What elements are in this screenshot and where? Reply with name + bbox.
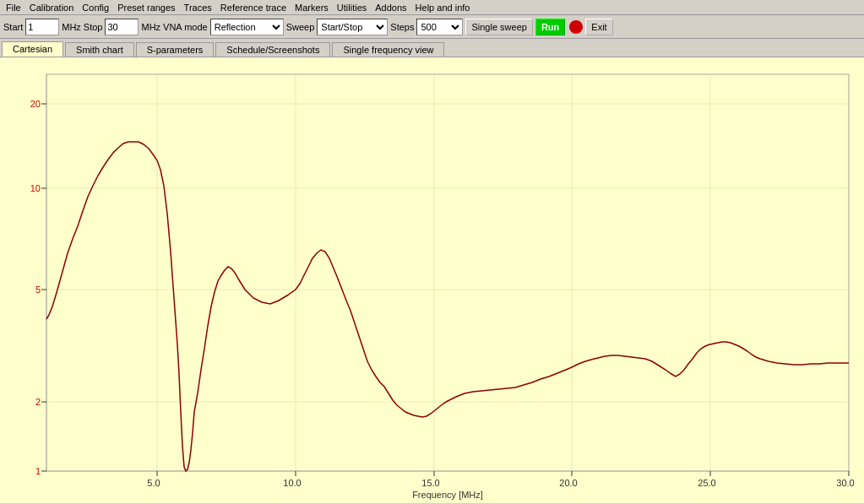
svg-text:20: 20	[30, 99, 41, 109]
svg-text:Frequency [MHz]: Frequency [MHz]	[412, 490, 483, 500]
steps-select[interactable]: 500 100 200 1000	[416, 19, 463, 35]
menu-help[interactable]: Help and info	[411, 2, 475, 14]
single-sweep-button[interactable]: Single sweep	[465, 19, 532, 35]
chart-svg: 20 10 5 2 1 5.0 10.0 15.0 20.0 25.0 30.0…	[0, 57, 864, 503]
menu-file[interactable]: File	[2, 2, 25, 14]
svg-text:15.0: 15.0	[421, 478, 439, 488]
stop-label: Stop	[84, 22, 103, 32]
toolbar: Start MHz Stop MHz VNA mode Reflection T…	[0, 15, 864, 39]
tab-schedule-screenshots[interactable]: Schedule/Screenshots	[215, 42, 330, 57]
sweep-select[interactable]: Start/Stop Center/Span	[317, 19, 388, 35]
steps-label: Steps	[390, 22, 414, 32]
svg-text:10: 10	[30, 183, 41, 193]
start-label: Start	[3, 22, 23, 32]
chart-container: Reflection measurements, cal file: bluet…	[0, 57, 864, 503]
menu-reference-trace[interactable]: Reference trace	[216, 2, 291, 14]
menu-addons[interactable]: Addons	[371, 2, 410, 14]
tabbar: Cartesian Smith chart S-parameters Sched…	[0, 39, 864, 57]
svg-text:5.0: 5.0	[147, 478, 160, 488]
svg-text:1: 1	[35, 466, 41, 476]
svg-text:5: 5	[35, 285, 41, 295]
sweep-label: Sweep	[286, 22, 315, 32]
svg-text:2: 2	[35, 397, 41, 407]
menu-markers[interactable]: Markers	[291, 2, 333, 14]
start-unit: MHz	[62, 22, 81, 32]
menu-utilities[interactable]: Utilities	[333, 2, 371, 14]
vna-mode-select[interactable]: Reflection Transmission	[210, 19, 284, 35]
exit-button[interactable]: Exit	[585, 19, 612, 35]
stop-unit: MHz	[141, 22, 160, 32]
run-button[interactable]: Run	[535, 19, 565, 35]
menu-config[interactable]: Config	[78, 2, 113, 14]
menu-traces[interactable]: Traces	[180, 2, 216, 14]
tab-cartesian[interactable]: Cartesian	[2, 41, 63, 57]
svg-text:30.0: 30.0	[836, 478, 854, 488]
stop-input[interactable]	[105, 19, 139, 35]
tab-s-parameters[interactable]: S-parameters	[136, 42, 215, 57]
svg-text:10.0: 10.0	[283, 478, 301, 488]
menubar: File Calibration Config Preset ranges Tr…	[0, 0, 864, 15]
tab-single-frequency[interactable]: Single frequency view	[332, 42, 444, 57]
stop-indicator[interactable]	[569, 20, 583, 34]
svg-rect-1	[46, 74, 849, 471]
tab-smith-chart[interactable]: Smith chart	[65, 42, 134, 57]
vna-mode-label: VNA mode	[163, 22, 208, 32]
svg-text:20.0: 20.0	[559, 478, 577, 488]
menu-calibration[interactable]: Calibration	[25, 2, 79, 14]
svg-text:25.0: 25.0	[698, 478, 715, 488]
start-input[interactable]	[25, 19, 59, 35]
menu-preset-ranges[interactable]: Preset ranges	[113, 2, 179, 14]
